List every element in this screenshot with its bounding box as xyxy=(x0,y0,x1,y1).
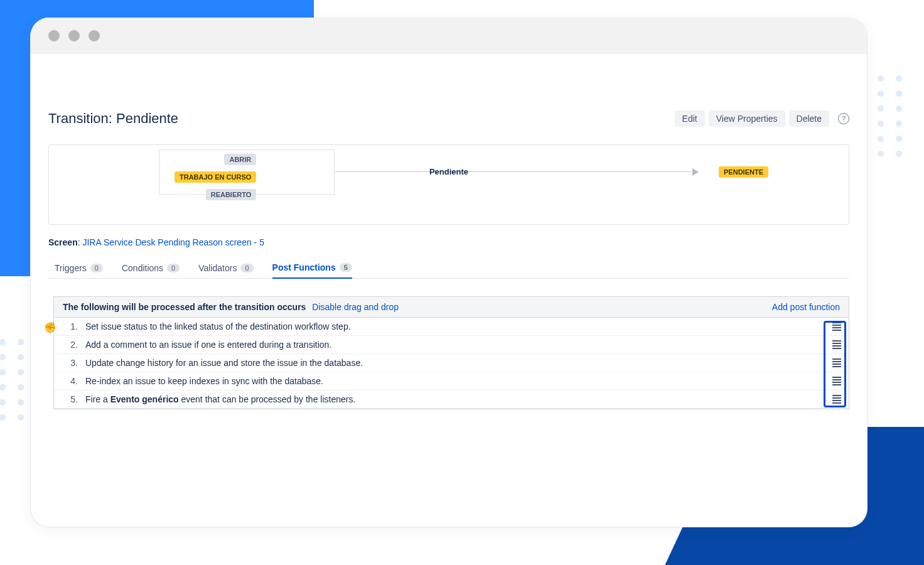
row-menu-icon[interactable] xyxy=(832,377,841,385)
row-text: Fire a Evento genérico event that can be… xyxy=(85,394,355,404)
screen-line: Screen: JIRA Service Desk Pending Reason… xyxy=(48,237,849,247)
tab-count-badge: 0 xyxy=(167,264,180,272)
row-text: Add a comment to an issue if one is ente… xyxy=(85,340,331,350)
arrow-head-icon xyxy=(692,168,699,176)
row-text: Update change history for an issue and s… xyxy=(85,358,363,368)
screen-label: Screen xyxy=(48,237,78,247)
tab-label: Conditions xyxy=(122,263,163,273)
tab-conditions[interactable]: Conditions 0 xyxy=(122,262,180,278)
tabs: Triggers 0 Conditions 0 Validators 0 Pos… xyxy=(48,262,849,279)
row-text: Set issue status to the linked status of… xyxy=(85,321,351,331)
window-dot xyxy=(48,30,60,41)
tab-post-functions[interactable]: Post Functions 5 xyxy=(272,262,352,279)
page-title: Transition: Pendiente xyxy=(48,110,178,127)
tab-triggers[interactable]: Triggers 0 xyxy=(55,262,103,278)
row-number: 2. xyxy=(69,340,78,350)
post-function-row[interactable]: 5. Fire a Evento genérico event that can… xyxy=(54,390,849,409)
help-icon[interactable]: ? xyxy=(838,113,849,124)
tab-count-badge: 0 xyxy=(90,264,103,272)
source-status: REABIERTO xyxy=(206,189,257,200)
transition-name: Pendiente xyxy=(429,167,468,176)
drag-cursor-icon: ✊ xyxy=(44,321,56,333)
tab-count-badge: 5 xyxy=(340,263,352,272)
delete-button[interactable]: Delete xyxy=(789,110,829,127)
tab-label: Post Functions xyxy=(272,262,336,272)
view-properties-button[interactable]: View Properties xyxy=(709,110,785,127)
panel-heading: The following will be processed after th… xyxy=(63,302,306,312)
page-content: Transition: Pendiente Edit View Properti… xyxy=(31,54,867,434)
transition-arrow xyxy=(335,171,692,172)
source-status: TRABAJO EN CURSO xyxy=(175,171,256,183)
edit-button[interactable]: Edit xyxy=(675,110,705,127)
row-number: 5. xyxy=(69,394,78,404)
row-text: Re-index an issue to keep indexes in syn… xyxy=(85,376,323,386)
header-actions: Edit View Properties Delete ? xyxy=(675,110,849,127)
row-menu-icon[interactable] xyxy=(832,358,841,367)
tab-label: Triggers xyxy=(55,263,87,273)
row-number: 4. xyxy=(69,376,78,386)
tab-label: Validators xyxy=(198,263,237,273)
workflow-diagram: ABRIR TRABAJO EN CURSO REABIERTO Pendien… xyxy=(48,144,849,225)
row-number: 3. xyxy=(69,358,78,368)
source-status: ABRIR xyxy=(224,154,256,165)
browser-titlebar xyxy=(31,18,867,54)
window-dot xyxy=(89,30,100,41)
add-post-function-link[interactable]: Add post function xyxy=(772,302,840,312)
row-menu-icon[interactable] xyxy=(832,395,841,404)
post-functions-panel: The following will be processed after th… xyxy=(53,296,849,409)
tab-count-badge: 0 xyxy=(240,264,253,272)
screen-link[interactable]: JIRA Service Desk Pending Reason screen … xyxy=(82,237,264,247)
row-number: 1. xyxy=(69,321,78,331)
post-function-row[interactable]: ✊ 1. Set issue status to the linked stat… xyxy=(54,318,849,336)
disable-drag-link[interactable]: Disable drag and drop xyxy=(312,302,399,312)
window-dot xyxy=(68,30,80,41)
post-function-row[interactable]: 4. Re-index an issue to keep indexes in … xyxy=(54,372,849,390)
row-menu-icon[interactable] xyxy=(832,340,841,349)
post-function-row[interactable]: 2. Add a comment to an issue if one is e… xyxy=(54,336,849,354)
row-menu-icon[interactable] xyxy=(832,322,841,331)
browser-frame: Transition: Pendiente Edit View Properti… xyxy=(30,18,868,527)
destination-status: PENDIENTE xyxy=(719,166,768,178)
post-function-row[interactable]: 3. Update change history for an issue an… xyxy=(54,354,849,372)
tab-validators[interactable]: Validators 0 xyxy=(198,262,253,278)
panel-header: The following will be processed after th… xyxy=(54,297,849,318)
